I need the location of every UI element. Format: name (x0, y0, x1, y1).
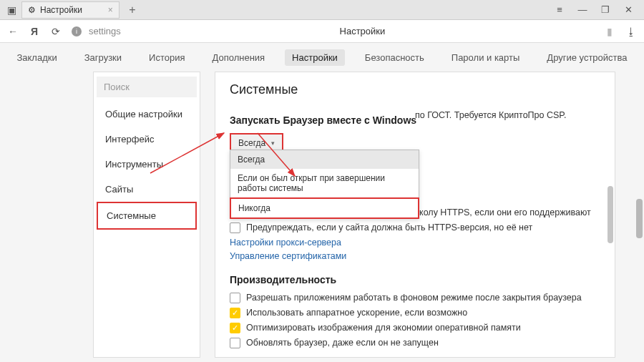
address-title: Настройки (340, 26, 386, 36)
check-label: Предупреждать, если у сайта должна быть … (246, 222, 532, 233)
nav-downloads[interactable]: Загрузки (77, 49, 129, 66)
new-tab-button[interactable]: + (124, 1, 141, 19)
sidebar-item-tools[interactable]: Инструменты (97, 152, 197, 177)
option-always[interactable]: Всегда (230, 150, 419, 169)
check-hwaccel[interactable]: ✓ Использовать аппаратное ускорение, есл… (230, 308, 600, 318)
tab-close-icon[interactable]: × (108, 5, 113, 15)
chevron-down-icon: ▾ (271, 140, 275, 147)
site-info-icon[interactable]: i (72, 26, 82, 36)
check-label: Оптимизировать изображения для экономии … (246, 323, 521, 333)
panel-icon[interactable]: ▣ (6, 4, 17, 16)
gear-icon: ⚙ (28, 5, 36, 15)
sidebar-search[interactable]: Поиск (97, 77, 197, 97)
browser-tab[interactable]: ⚙ Настройки × (21, 1, 119, 19)
reload-button[interactable]: ⟳ (50, 26, 62, 37)
check-https-warn[interactable]: Предупреждать, если у сайта должна быть … (230, 222, 600, 233)
check-label: Разрешать приложениям работать в фоновом… (246, 293, 582, 303)
check-optimize-images[interactable]: ✓ Оптимизировать изображения для экономи… (230, 323, 600, 333)
bookmark-icon[interactable]: ▮ (604, 26, 615, 37)
tab-title: Настройки (40, 5, 82, 15)
titlebar: ▣ ⚙ Настройки × + ≡ — ❐ ✕ (0, 0, 644, 20)
minimize-icon[interactable]: — (577, 4, 588, 15)
sidebar-item-system[interactable]: Системные (97, 202, 197, 230)
address-bar[interactable]: i settings Настройки ▮ (72, 26, 615, 37)
sidebar: Поиск Общие настройки Интерфейс Инструме… (93, 72, 200, 358)
download-icon[interactable]: ⭳ (625, 26, 637, 37)
option-if-open[interactable]: Если он был открыт при завершении работы… (230, 169, 419, 197)
checkbox[interactable]: ✓ (230, 308, 240, 318)
window-controls: ≡ — ❐ ✕ (554, 4, 644, 15)
main-title: Системные (230, 82, 600, 97)
gost-text: по ГОСТ. Требуется КриптоПро CSP. (415, 110, 567, 120)
settings-nav: Закладки Загрузки История Дополнения Нас… (0, 43, 644, 72)
maximize-icon[interactable]: ❐ (600, 4, 611, 15)
checkbox[interactable] (230, 338, 240, 348)
page-scrollbar[interactable] (636, 199, 643, 238)
sidebar-item-sites[interactable]: Сайты (97, 177, 197, 202)
nav-bookmarks[interactable]: Закладки (9, 49, 64, 66)
panel-scrollbar[interactable] (608, 186, 613, 243)
option-never[interactable]: Никогда (230, 197, 419, 219)
nav-settings[interactable]: Настройки (285, 49, 345, 66)
check-label: Использовать аппаратное ускорение, если … (246, 308, 467, 318)
address-text: settings (89, 26, 121, 36)
proxy-settings-link[interactable]: Настройки прокси-сервера (230, 238, 600, 248)
nav-passwords[interactable]: Пароли и карты (444, 49, 527, 66)
sidebar-item-interface[interactable]: Интерфейс (97, 127, 197, 152)
startup-dropdown: Всегда Если он был открыт при завершении… (230, 150, 419, 219)
nav-addons[interactable]: Дополнения (205, 49, 272, 66)
nav-security[interactable]: Безопасность (358, 49, 431, 66)
performance-heading: Производительность (230, 274, 600, 285)
checkbox[interactable]: ✓ (230, 323, 240, 333)
nav-devices[interactable]: Другие устройства (540, 49, 634, 66)
check-label: Обновлять браузер, даже если он не запущ… (246, 338, 439, 348)
checkbox[interactable] (230, 222, 240, 233)
back-button[interactable]: ← (7, 26, 19, 37)
nav-history[interactable]: История (142, 49, 192, 66)
check-background[interactable]: Разрешать приложениям работать в фоновом… (230, 293, 600, 303)
startup-select-label: Всегда (238, 138, 265, 148)
checkbox[interactable] (230, 293, 240, 303)
menu-icon[interactable]: ≡ (554, 4, 565, 15)
clear-history-link[interactable]: Очистить историю (230, 357, 600, 358)
toolbar: ← Я ⟳ i settings Настройки ▮ ⭳ (0, 20, 644, 43)
close-icon[interactable]: ✕ (623, 4, 634, 15)
check-update-bg[interactable]: Обновлять браузер, даже если он не запущ… (230, 338, 600, 348)
certificates-link[interactable]: Управление сертификатами (230, 251, 600, 261)
sidebar-item-general[interactable]: Общие настройки (97, 102, 197, 127)
ya-button[interactable]: Я (29, 26, 40, 37)
